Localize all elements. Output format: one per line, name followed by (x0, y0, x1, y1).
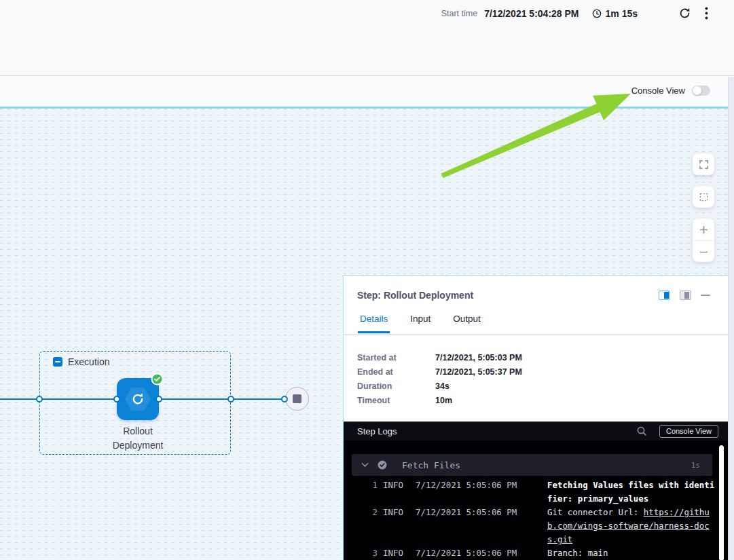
fullscreen-button[interactable] (693, 153, 714, 175)
toggle-knob (693, 86, 701, 95)
zoom-out-icon (699, 247, 709, 257)
log-section-duration: 1s (691, 461, 700, 470)
split-left-icon[interactable] (659, 291, 670, 300)
elapsed-duration: 1m 15s (591, 8, 638, 19)
kebab-menu-icon (705, 7, 708, 20)
connector-dot (113, 396, 120, 403)
execution-group-label: Execution (68, 356, 109, 367)
tab-details[interactable]: Details (360, 314, 388, 332)
log-line: 1 INFO 7/12/2021 5:05:06 PM Fetching Val… (369, 479, 717, 506)
zoom-in-icon (699, 225, 709, 235)
connector-dot (281, 396, 288, 403)
log-scrollbar-thumb[interactable] (719, 445, 724, 560)
detail-label: Duration (357, 381, 435, 391)
node-label: Rollout Deployment (100, 424, 175, 453)
zoom-out-button[interactable] (693, 241, 714, 262)
log-timestamp: 7/12/2021 5:05:06 PM (416, 506, 542, 546)
page-scrollbar-track[interactable] (728, 77, 734, 560)
detail-row: Duration 34s (357, 381, 522, 391)
log-message: Git connector Url: https://github.com/wi… (547, 506, 717, 546)
check-circle-icon (378, 460, 387, 470)
log-search-button[interactable] (636, 426, 647, 436)
log-message-prefix: Git connector Url: (547, 507, 644, 517)
detail-value: 7/12/2021, 5:05:37 PM (435, 367, 522, 377)
log-section-title: Fetch Files (402, 460, 460, 470)
panel-tabs: Details Input Output (344, 314, 728, 335)
more-options-button[interactable] (705, 7, 708, 20)
log-lines: 1 INFO 7/12/2021 5:05:06 PM Fetching Val… (369, 479, 717, 560)
fit-to-screen-button[interactable] (693, 186, 714, 208)
log-level: INFO (383, 479, 410, 506)
detail-label: Ended at (357, 367, 435, 377)
end-node[interactable] (285, 387, 309, 411)
log-message: Branch: main (547, 546, 717, 560)
log-line-number: 1 (369, 479, 378, 506)
start-time-value: 7/12/2021 5:04:28 PM (484, 8, 579, 19)
split-right-icon[interactable] (680, 291, 691, 300)
refresh-button[interactable] (678, 7, 691, 20)
success-check-icon (151, 373, 164, 386)
log-viewer: Fetch Files 1s 1 INFO 7/12/2021 5:05:06 … (344, 441, 729, 560)
step-logs-header: Step Logs Console View (344, 422, 729, 441)
log-level: INFO (383, 546, 410, 560)
clock-icon (591, 8, 602, 19)
log-line: 3 INFO 7/12/2021 5:05:06 PM Branch: main (369, 546, 717, 560)
tab-output[interactable]: Output (453, 314, 481, 332)
detail-value: 10m (435, 396, 522, 405)
log-level: INFO (383, 506, 410, 546)
execution-header: Start time 7/12/2021 5:04:28 PM 1m 15s (0, 0, 734, 76)
panel-title: Step: Rollout Deployment (357, 290, 473, 301)
step-details-panel: Step: Rollout Deployment Details Input O… (343, 275, 728, 560)
log-section-fetch-files[interactable]: Fetch Files 1s (352, 454, 712, 476)
fit-view-icon (699, 192, 709, 202)
connector-dot (155, 396, 162, 403)
start-time-label: Start time (441, 9, 478, 18)
hexagon-backdrop (125, 388, 151, 411)
search-icon (636, 426, 647, 436)
detail-value: 7/12/2021, 5:05:03 PM (435, 353, 522, 362)
detail-row: Started at 7/12/2021, 5:05:03 PM (357, 353, 522, 362)
log-timestamp: 7/12/2021 5:05:06 PM (416, 546, 542, 560)
detail-row: Timeout 10m (357, 396, 522, 405)
step-details: Started at 7/12/2021, 5:05:03 PM Ended a… (357, 353, 522, 410)
logs-console-view-button[interactable]: Console View (659, 425, 718, 438)
zoom-controls (693, 219, 714, 262)
log-timestamp: 7/12/2021 5:05:06 PM (416, 479, 542, 506)
detail-row: Ended at 7/12/2021, 5:05:37 PM (357, 367, 522, 377)
tab-input[interactable]: Input (410, 314, 430, 332)
graph-toolbar: Console View (0, 77, 734, 107)
log-line-number: 3 (369, 546, 378, 560)
log-line: 2 INFO 7/12/2021 5:05:06 PM Git connecto… (369, 506, 717, 546)
detail-value: 34s (435, 381, 522, 391)
chevron-down-icon (361, 462, 369, 468)
console-view-toggle[interactable] (692, 86, 710, 96)
minimize-icon[interactable] (701, 295, 710, 297)
log-line-number: 2 (369, 506, 378, 546)
collapse-group-icon[interactable] (53, 357, 62, 367)
console-view-label: Console View (631, 86, 685, 96)
pipeline-execution-page: Start time 7/12/2021 5:04:28 PM 1m 15s (0, 0, 734, 560)
stop-node-icon (293, 394, 301, 403)
fullscreen-icon (699, 160, 709, 170)
detail-label: Timeout (357, 396, 435, 405)
connector-dot (36, 396, 43, 403)
detail-label: Started at (357, 353, 435, 362)
step-logs-title: Step Logs (357, 426, 397, 436)
zoom-in-button[interactable] (693, 219, 714, 240)
connector-dot (227, 396, 234, 403)
refresh-icon (678, 7, 691, 20)
log-message: Fetching Values files with identifier: p… (547, 479, 717, 506)
execution-meta: Start time 7/12/2021 5:04:28 PM 1m 15s (441, 7, 708, 20)
